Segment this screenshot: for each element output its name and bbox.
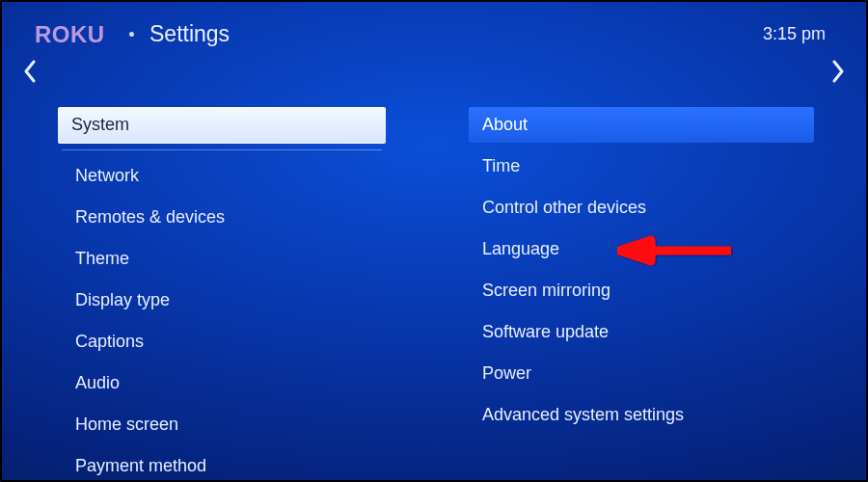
system-submenu-list: About Time Control other devices Languag… [442, 107, 841, 482]
category-item-captions[interactable]: Captions [58, 324, 386, 360]
submenu-item-about[interactable]: About [469, 107, 814, 143]
content-area: System Network Remotes & devices Theme D… [0, 47, 868, 482]
submenu-item-software-update[interactable]: Software update [469, 314, 814, 350]
submenu-item-control-other[interactable]: Control other devices [469, 190, 814, 226]
divider [62, 149, 382, 150]
svg-text:ROKU: ROKU [35, 23, 105, 46]
category-item-display-type[interactable]: Display type [58, 282, 386, 318]
roku-logo: ROKU [35, 23, 114, 46]
submenu-item-advanced[interactable]: Advanced system settings [469, 397, 814, 433]
category-item-payment[interactable]: Payment method [58, 448, 386, 482]
submenu-item-screen-mirroring[interactable]: Screen mirroring [469, 273, 814, 308]
header-left: ROKU Settings [35, 21, 230, 47]
category-item-network[interactable]: Network [58, 158, 386, 194]
category-item-theme[interactable]: Theme [58, 241, 386, 277]
submenu-item-power[interactable]: Power [469, 356, 814, 391]
header: ROKU Settings 3:15 pm [0, 0, 868, 47]
category-item-audio[interactable]: Audio [58, 365, 386, 401]
settings-category-list: System Network Remotes & devices Theme D… [27, 107, 413, 482]
clock: 3:15 pm [763, 24, 833, 44]
category-item-system[interactable]: System [58, 107, 386, 144]
category-item-home-screen[interactable]: Home screen [58, 407, 386, 442]
page-title: Settings [149, 21, 230, 47]
submenu-item-language[interactable]: Language [469, 231, 814, 267]
separator-dot [129, 32, 134, 37]
category-item-remotes[interactable]: Remotes & devices [58, 200, 386, 235]
nav-left-chevron-icon[interactable] [21, 57, 39, 86]
submenu-item-time[interactable]: Time [469, 148, 814, 184]
nav-right-chevron-icon[interactable] [829, 57, 847, 86]
